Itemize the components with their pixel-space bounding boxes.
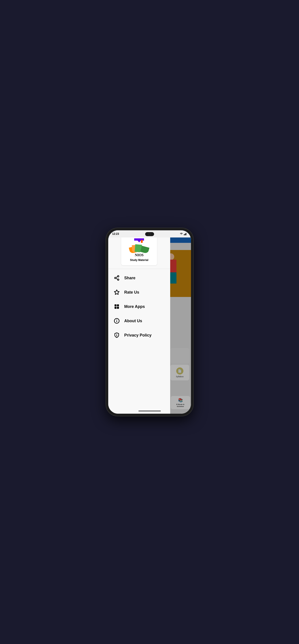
svg-rect-13 <box>117 307 119 309</box>
share-label: Share <box>124 276 136 280</box>
logo-box: NIOS Study Material <box>121 235 157 265</box>
menu-item-rate-us[interactable]: Rate Us <box>108 285 170 300</box>
svg-rect-10 <box>114 304 116 306</box>
graduation-cap <box>134 238 144 243</box>
home-indicator <box>138 410 161 412</box>
app-subtitle: Study Material <box>130 258 148 262</box>
svg-rect-12 <box>114 307 116 309</box>
menu-item-share[interactable]: Share <box>108 271 170 285</box>
book-page-right <box>140 246 150 254</box>
menu-item-about-us[interactable]: About Us <box>108 314 170 328</box>
svg-line-8 <box>116 276 118 278</box>
cap-board <box>134 238 144 240</box>
menu-item-privacy-policy[interactable]: Privacy Policy <box>108 328 170 342</box>
svg-line-7 <box>116 278 118 279</box>
app-name: NIOS <box>135 253 144 257</box>
svg-rect-1 <box>185 234 186 235</box>
about-us-label: About Us <box>124 319 142 323</box>
menu-item-more-apps[interactable]: More Apps <box>108 300 170 314</box>
status-icons <box>180 232 187 235</box>
more-apps-label: More Apps <box>124 304 145 309</box>
share-icon <box>114 275 120 281</box>
camera <box>148 233 151 235</box>
wifi-icon <box>180 233 183 235</box>
signal-icon <box>184 232 187 235</box>
phone-frame: 12:23 <box>106 228 193 416</box>
drawer-menu: Share Rate Us <box>108 269 170 414</box>
notch <box>145 232 154 236</box>
rate-us-label: Rate Us <box>124 290 139 295</box>
status-time: 12:23 <box>112 232 119 236</box>
svg-rect-11 <box>117 304 119 306</box>
grid-icon <box>114 304 120 310</box>
star-icon <box>114 289 120 296</box>
status-bar: 12:23 <box>108 230 191 238</box>
info-icon <box>114 318 120 324</box>
privacy-policy-label: Privacy Policy <box>124 333 152 338</box>
svg-marker-9 <box>114 290 119 294</box>
svg-rect-0 <box>184 234 184 235</box>
cap-tassel <box>141 240 143 243</box>
phone-screen: 12:23 <box>108 230 191 414</box>
svg-rect-2 <box>186 233 186 235</box>
navigation-drawer: NIOS Study Material <box>108 230 170 414</box>
logo-illustration <box>129 238 149 252</box>
shield-icon <box>114 332 120 338</box>
svg-rect-3 <box>186 232 187 235</box>
